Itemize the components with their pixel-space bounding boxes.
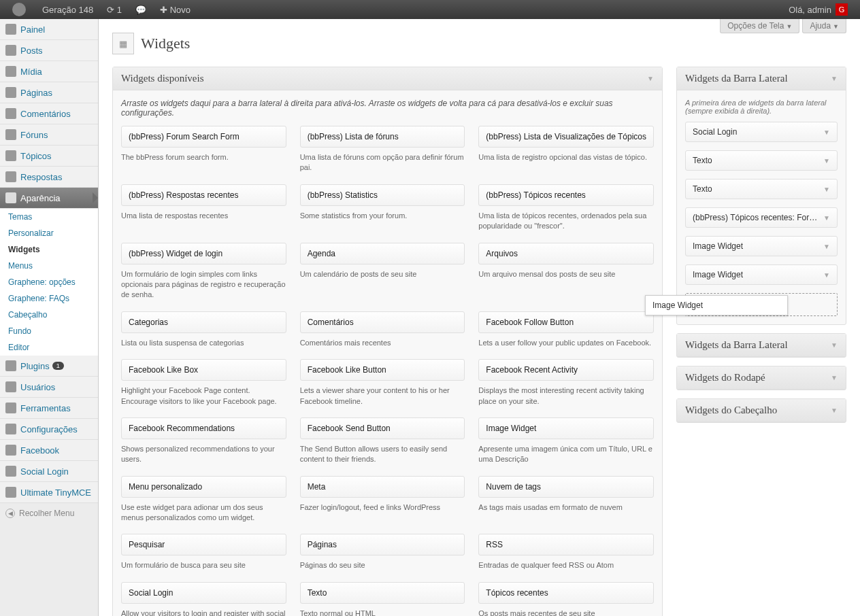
menu-item-pages[interactable]: Páginas: [0, 82, 98, 103]
main-content: Opções de Tela▼ Ajuda▼ ▦ Widgets Widgets…: [99, 19, 860, 616]
new-content[interactable]: ✚ Novo: [153, 0, 197, 19]
widget-description: Lets a user follow your public updates o…: [478, 338, 654, 348]
sidebar-widget[interactable]: Image Widget▼: [685, 264, 838, 285]
menu-item-replies[interactable]: Respostas: [0, 167, 98, 188]
sidebar-description: A primeira área de widgets da barra late…: [685, 99, 838, 122]
site-name-link[interactable]: Geração 148: [35, 0, 100, 19]
help-button[interactable]: Ajuda▼: [802, 19, 846, 33]
available-widget[interactable]: Arquivos: [478, 243, 654, 264]
menu-item-topics[interactable]: Tópicos: [0, 146, 98, 167]
avatar: G: [836, 3, 848, 16]
sidebar-widget[interactable]: Social Login▼: [685, 122, 838, 142]
widget-description: Uma lista de respostas recentes: [121, 211, 286, 221]
sidebar-widget[interactable]: Texto▼: [685, 150, 838, 171]
menu-label: Social Login: [20, 466, 69, 477]
available-widget[interactable]: (bbPress) Widget de login: [121, 243, 286, 264]
available-widget[interactable]: Pesquisar: [121, 534, 286, 555]
menu-label: Facebook: [20, 445, 59, 456]
sidebar-panel-title[interactable]: Widgets do Rodapé▼: [677, 366, 846, 390]
widget-description: As tags mais usadas em formato de nuvem: [478, 502, 654, 513]
available-widget[interactable]: Meta: [300, 476, 465, 498]
submenu-item[interactable]: Graphene: FAQs: [0, 290, 98, 307]
collapse-menu[interactable]: ◀Recolher Menu: [0, 503, 98, 524]
menu-item-appearance[interactable]: Aparência: [0, 188, 98, 209]
available-widget[interactable]: Menu personalizado: [121, 476, 286, 498]
update-badge: 1: [52, 362, 64, 370]
available-widget[interactable]: Facebook Send Button: [300, 417, 465, 439]
available-widget[interactable]: Facebook Like Button: [300, 359, 465, 381]
submenu-item[interactable]: Menus: [0, 258, 98, 274]
sidebar-panel-title[interactable]: Widgets da Barra Lateral▼: [677, 67, 846, 90]
available-widget[interactable]: Categorias: [121, 311, 286, 333]
screen-options-button[interactable]: Opções de Tela▼: [720, 19, 799, 33]
menu-item-tinymce[interactable]: Ultimate TinyMCE: [0, 482, 98, 503]
sidebar-widget[interactable]: Image Widget▼: [685, 236, 838, 256]
available-widget[interactable]: Comentários: [300, 311, 465, 333]
menu-label: Respostas: [20, 172, 62, 182]
available-widget[interactable]: Texto: [300, 582, 465, 604]
available-widget[interactable]: Image Widget: [478, 417, 654, 439]
sidebar-widget[interactable]: Texto▼: [685, 179, 838, 199]
menu-item-comments[interactable]: Comentários: [0, 103, 98, 124]
sidebar-panel-title[interactable]: Widgets da Barra Lateral▼: [677, 334, 846, 357]
available-widget[interactable]: Facebook Follow Button: [478, 311, 654, 333]
menu-item-tools[interactable]: Ferramentas: [0, 398, 98, 419]
sidebar-panel-title[interactable]: Widgets do Cabeçalho▼: [677, 399, 846, 422]
forums-icon: [5, 129, 16, 140]
available-widget[interactable]: (bbPress) Statistics: [300, 184, 465, 206]
widgets-heading-icon: ▦: [112, 33, 134, 54]
submenu-item[interactable]: Cabeçalho: [0, 307, 98, 323]
widget-drop-zone[interactable]: Image Widget: [685, 293, 838, 316]
chevron-down-icon: ▼: [647, 75, 654, 82]
menu-item-posts[interactable]: Posts: [0, 40, 98, 61]
submenu-item[interactable]: Temas: [0, 209, 98, 225]
chevron-down-icon: ▼: [831, 75, 838, 82]
available-widget[interactable]: (bbPress) Forum Search Form: [121, 126, 286, 148]
menu-item-dashboard[interactable]: Painel: [0, 19, 98, 40]
menu-item-users[interactable]: Usuários: [0, 377, 98, 398]
submenu-item[interactable]: Personalizar: [0, 225, 98, 241]
available-widget[interactable]: Facebook Recent Activity: [478, 359, 654, 381]
comments-icon: [5, 108, 16, 119]
available-widget[interactable]: (bbPress) Lista de Visualizações de Tópi…: [478, 126, 654, 148]
menu-item-settings[interactable]: Configurações: [0, 419, 98, 440]
menu-item-forums[interactable]: Fóruns: [0, 124, 98, 146]
menu-label: Páginas: [20, 88, 52, 98]
submenu-item[interactable]: Graphene: opções: [0, 274, 98, 290]
menu-item-plugins[interactable]: Plugins1: [0, 356, 98, 377]
submenu-item[interactable]: Fundo: [0, 323, 98, 339]
menu-item-facebook[interactable]: Facebook: [0, 440, 98, 461]
menu-item-media[interactable]: Mídia: [0, 61, 98, 82]
widget-description: Apresente uma imagem única com um Título…: [478, 444, 654, 465]
my-account[interactable]: Olá, admin G: [782, 0, 855, 19]
dragging-widget[interactable]: Image Widget: [645, 295, 788, 315]
sidebar-panel: Widgets do Rodapé▼: [676, 366, 846, 390]
sidebar-widget[interactable]: (bbPress) Tópicos recentes: Forum▼: [685, 207, 838, 228]
comments-link[interactable]: 💬: [129, 0, 153, 19]
available-widget[interactable]: Tópicos recentes: [478, 582, 654, 604]
available-widgets-title[interactable]: Widgets disponíveis ▼: [113, 67, 662, 90]
chevron-down-icon: ▼: [823, 157, 830, 165]
submenu-item[interactable]: Editor: [0, 339, 98, 356]
available-widget[interactable]: Social Login: [121, 582, 286, 604]
available-widget[interactable]: Facebook Recommendations: [121, 417, 286, 439]
menu-item-social[interactable]: Social Login: [0, 461, 98, 482]
chevron-down-icon: ▼: [831, 341, 838, 349]
widget-description: Comentários mais recentes: [300, 338, 465, 348]
updates-link[interactable]: ⟳ 1: [100, 0, 129, 19]
widget-description: Um arquivo mensal dos posts de seu site: [478, 269, 654, 279]
submenu-item[interactable]: Widgets: [0, 241, 98, 258]
available-widget[interactable]: Páginas: [300, 534, 465, 555]
available-widgets-panel: Widgets disponíveis ▼ Arraste os widgets…: [112, 67, 663, 616]
available-widget[interactable]: (bbPress) Tópicos recentes: [478, 184, 654, 206]
available-widget[interactable]: RSS: [478, 534, 654, 555]
available-widget[interactable]: Agenda: [300, 243, 465, 264]
available-widget[interactable]: (bbPress) Lista de fóruns: [300, 126, 465, 148]
chevron-down-icon: ▼: [823, 214, 830, 222]
available-widget[interactable]: (bbPress) Respostas recentes: [121, 184, 286, 206]
wordpress-icon: [12, 3, 26, 16]
wp-logo[interactable]: [5, 0, 35, 19]
available-widget[interactable]: Facebook Like Box: [121, 359, 286, 381]
available-widget[interactable]: Nuvem de tags: [478, 476, 654, 498]
menu-label: Mídia: [20, 67, 42, 77]
